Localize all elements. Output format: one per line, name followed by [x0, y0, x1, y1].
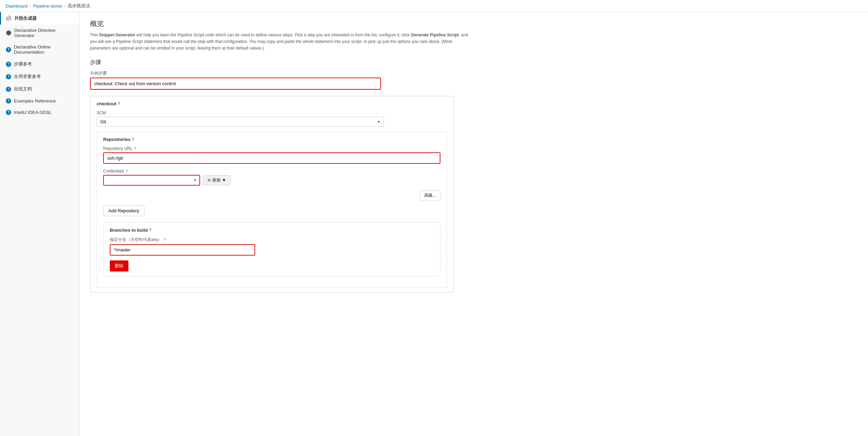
breadcrumb-dashboard[interactable]: Dashboard — [6, 3, 28, 9]
repo-url-input[interactable] — [104, 153, 440, 163]
repositories-section: Repositories ? Repository URL ? — [97, 132, 447, 287]
checkout-label: checkout ? — [97, 101, 447, 106]
credentials-help-icon[interactable]: ? — [126, 169, 128, 173]
branch-spec-label-row: 指定分支（为空时代表any） ? — [110, 237, 434, 243]
breadcrumb-sep-1: › — [30, 3, 31, 9]
breadcrumb-pipeline[interactable]: Pipeline-dome — [33, 3, 62, 9]
sidebar-item-label-5: 全局变量参考 — [14, 73, 41, 80]
sidebar-item-declarative-online-doc[interactable]: ? Declarative Online Documentation — [0, 41, 79, 58]
breadcrumb-current: 流水线语法 — [68, 3, 90, 9]
checkout-help-icon[interactable]: ? — [118, 101, 120, 106]
breadcrumb-sep-2: › — [64, 3, 65, 9]
steps-title: 步骤 — [90, 59, 858, 66]
repositories-label: Repositories ? — [103, 137, 440, 142]
credentials-row: ⊕ 添加 ▼ — [103, 175, 440, 186]
gear-icon-2 — [6, 30, 11, 36]
scm-label: SCM — [97, 110, 447, 115]
branch-spec-input[interactable] — [110, 245, 254, 255]
repositories-help-icon[interactable]: ? — [132, 137, 134, 141]
sidebar-item-label-4: 步骤参考 — [14, 61, 32, 67]
sidebar-item-label-3: Declarative Online Documentation — [14, 44, 74, 55]
plus-icon: ⊕ — [207, 178, 211, 183]
branch-spec-help-icon[interactable]: ? — [163, 238, 165, 242]
help-icon-1: ? — [6, 47, 11, 52]
credentials-label-row: Credentials ? — [103, 169, 440, 173]
page-title: 概览 — [90, 19, 858, 28]
advanced-row: 高级... — [103, 190, 440, 201]
add-repository-button[interactable]: Add Repository — [103, 205, 144, 216]
scm-select-wrapper: Git None — [97, 117, 384, 127]
gear-icon — [6, 16, 11, 21]
steps-label: 示例步骤 — [90, 70, 858, 76]
repo-url-help-icon[interactable]: ? — [134, 146, 136, 151]
repo-url-label-row: Repository URL ? — [103, 146, 440, 151]
dropdown-arrow-icon: ▼ — [222, 178, 226, 183]
sidebar-item-label-2: Declarative Directive Generator — [14, 28, 74, 38]
sidebar-item-examples-reference[interactable]: ? Examples Reference — [0, 95, 79, 107]
credentials-select-wrapper — [103, 175, 200, 186]
step-select[interactable]: checkout: Check out from version control — [91, 78, 380, 89]
help-icon-6: ? — [6, 110, 11, 115]
sidebar-item-label-7: Examples Reference — [14, 98, 56, 104]
credentials-select[interactable] — [104, 176, 199, 185]
sidebar: 片段生成器 Declarative Directive Generator ? … — [0, 12, 80, 436]
branches-help-icon[interactable]: ? — [149, 228, 152, 232]
repo-url-wrapper — [103, 152, 440, 164]
sidebar-item-global-var[interactable]: ? 全局变量参考 — [0, 70, 79, 83]
step-select-wrapper: checkout: Check out from version control — [90, 78, 381, 90]
scm-select[interactable]: Git None — [97, 117, 384, 127]
sidebar-item-step-reference[interactable]: ? 步骤参考 — [0, 58, 79, 70]
help-icon-5: ? — [6, 98, 11, 104]
help-icon-3: ? — [6, 74, 11, 79]
help-icon-2: ? — [6, 62, 11, 67]
checkout-panel: checkout ? SCM Git None Repositories ? — [90, 96, 454, 293]
help-icon-4: ? — [6, 87, 11, 92]
description-text: This Snippet Generator will help you lea… — [90, 32, 471, 52]
branch-input-wrapper — [110, 244, 255, 256]
advanced-button[interactable]: 高级... — [420, 190, 440, 201]
main-content: 概览 This Snippet Generator will help you … — [80, 12, 868, 436]
branches-label: Branches to build ? — [110, 228, 434, 233]
sidebar-item-label: 片段生成器 — [14, 15, 37, 21]
add-label: 添加 — [212, 177, 221, 183]
branches-section: Branches to build ? 指定分支（为空时代表any） ? 删除 — [103, 222, 440, 277]
breadcrumb: Dashboard › Pipeline-dome › 流水线语法 — [0, 0, 868, 12]
sidebar-item-online-docs[interactable]: ? 在线文档 — [0, 83, 79, 95]
sidebar-item-label-8: IntelliJ IDEA GDSL — [14, 110, 52, 115]
add-credentials-button[interactable]: ⊕ 添加 ▼ — [203, 175, 231, 185]
delete-branch-button[interactable]: 删除 — [110, 260, 128, 272]
sidebar-item-snippet-generator[interactable]: 片段生成器 — [0, 12, 79, 25]
sidebar-item-declarative-directive[interactable]: Declarative Directive Generator — [0, 25, 79, 41]
sidebar-item-intellij-gdsl[interactable]: ? IntelliJ IDEA GDSL — [0, 107, 79, 118]
sidebar-item-label-6: 在线文档 — [14, 86, 32, 92]
